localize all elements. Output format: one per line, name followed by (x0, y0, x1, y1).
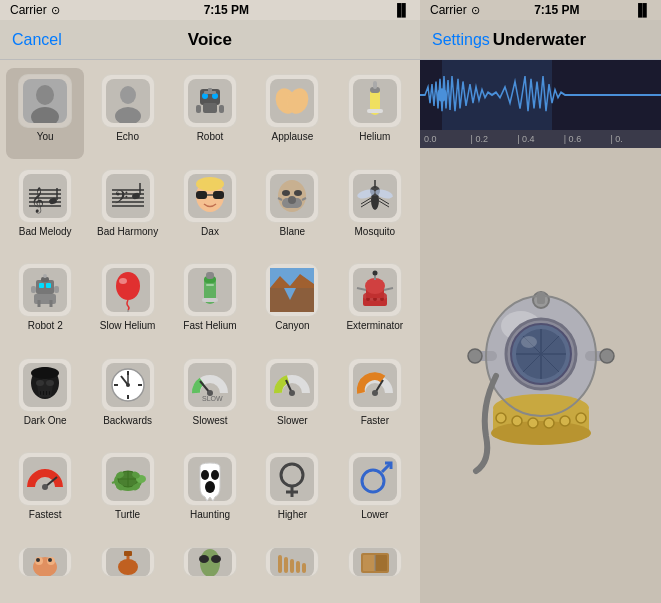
svg-point-79 (119, 278, 127, 284)
voice-item-creature[interactable] (6, 541, 84, 596)
svg-point-161 (36, 558, 40, 562)
voice-item-bad-melody[interactable]: 𝄞 Bad Melody (6, 163, 84, 254)
voice-item-blane[interactable]: Blane (253, 163, 331, 254)
voice-item-dax[interactable]: Dax (171, 163, 249, 254)
voice-item-bad-harmony[interactable]: 𝄢 Bad Harmony (88, 163, 166, 254)
voice-item-pan[interactable] (253, 541, 331, 596)
svg-point-54 (294, 190, 302, 196)
echo-icon (101, 74, 155, 128)
lower-icon (348, 452, 402, 506)
svg-rect-83 (206, 272, 214, 279)
voice-item-fast-helium[interactable]: Fast Helium (171, 257, 249, 348)
voice-item-canyon[interactable]: Canyon (253, 257, 331, 348)
waveform-area (420, 60, 661, 130)
svg-point-169 (199, 555, 209, 563)
svg-rect-68 (46, 283, 51, 288)
fastest-label: Fastest (29, 509, 62, 521)
voice-item-robot2[interactable]: Robot 2 (6, 257, 84, 348)
right-carrier: Carrier ⊙ (430, 3, 480, 17)
svg-point-1 (36, 85, 54, 105)
voice-item-slower[interactable]: Slower (253, 352, 331, 443)
svg-point-128 (289, 390, 295, 396)
svg-point-168 (200, 549, 220, 577)
svg-rect-179 (363, 555, 375, 571)
voice-item-higher[interactable]: Higher (253, 446, 331, 537)
applause-icon (265, 74, 319, 128)
voice-item-haunting[interactable]: Haunting (171, 446, 249, 537)
haunting-label: Haunting (190, 509, 230, 521)
timeline-0: 0.0 (424, 134, 471, 144)
svg-point-194 (521, 336, 537, 348)
bad-melody-icon: 𝄞 (18, 169, 72, 223)
svg-point-147 (201, 470, 209, 480)
svg-rect-175 (296, 561, 300, 573)
voice-item-exterminator[interactable]: Exterminator (336, 257, 414, 348)
svg-rect-44 (213, 191, 224, 199)
pan-icon (265, 547, 319, 577)
exterminator-label: Exterminator (346, 320, 403, 332)
right-battery-icon: ▐▌ (634, 3, 651, 17)
voice-item-backwards[interactable]: Backwards (88, 352, 166, 443)
you-icon (18, 74, 72, 128)
book-icon (348, 547, 402, 577)
svg-point-202 (560, 416, 570, 426)
fast-helium-label: Fast Helium (183, 320, 236, 332)
helium-icon (348, 74, 402, 128)
left-nav-bar: Cancel Voice (0, 20, 420, 60)
time-label: 7:15 PM (204, 3, 249, 17)
voice-item-faster[interactable]: Faster (336, 352, 414, 443)
voice-item-turtle[interactable]: Turtle (88, 446, 166, 537)
voice-item-dark-one[interactable]: Dark One (6, 352, 84, 443)
blane-label: Blane (280, 226, 306, 238)
timeline-bar: 0.0 | 0.2 | 0.4 | 0.6 | 0. (420, 130, 661, 148)
svg-rect-85 (206, 284, 214, 286)
slowest-label: Slowest (192, 415, 227, 427)
svg-point-53 (282, 190, 290, 196)
voice-item-lower[interactable]: Lower (336, 446, 414, 537)
higher-label: Higher (278, 509, 307, 521)
voice-item-fastest[interactable]: Fastest (6, 446, 84, 537)
guitar-icon (101, 547, 155, 577)
svg-rect-84 (202, 298, 218, 302)
status-right: ▐▌ (393, 3, 410, 17)
robot-icon (183, 74, 237, 128)
underwater-title: Underwater (493, 30, 587, 50)
voice-item-echo[interactable]: Echo (88, 68, 166, 159)
svg-rect-71 (54, 286, 59, 293)
robot-label: Robot (197, 131, 224, 143)
svg-rect-12 (219, 105, 224, 113)
turtle-icon (101, 452, 155, 506)
higher-icon (265, 452, 319, 506)
voice-item-applause[interactable]: Applause (253, 68, 331, 159)
right-nav-bar: Settings Underwater (420, 20, 661, 60)
svg-rect-69 (34, 294, 56, 304)
svg-rect-23 (23, 174, 67, 218)
svg-text:𝄢: 𝄢 (114, 187, 128, 212)
svg-point-108 (31, 367, 59, 379)
fastest-icon (18, 452, 72, 506)
voice-item-robot[interactable]: Robot (171, 68, 249, 159)
voice-item-slow-helium[interactable]: Slow Helium (88, 257, 166, 348)
cancel-button[interactable]: Cancel (12, 31, 62, 49)
bad-harmony-icon: 𝄢 (101, 169, 155, 223)
voice-item-alien[interactable] (171, 541, 249, 596)
voice-item-you[interactable]: You (6, 68, 84, 159)
right-panel: Carrier ⊙ 7:15 PM ▐▌ Settings Underwater… (420, 0, 661, 603)
svg-point-149 (205, 481, 215, 493)
voice-item-helium[interactable]: Helium (336, 68, 414, 159)
svg-point-100 (372, 271, 377, 276)
robot2-label: Robot 2 (28, 320, 63, 332)
voice-item-slowest[interactable]: SLOW Slowest (171, 352, 249, 443)
svg-text:𝄞: 𝄞 (31, 187, 44, 214)
voice-item-mosquito[interactable]: Mosquito (336, 163, 414, 254)
svg-rect-10 (203, 103, 217, 113)
mosquito-label: Mosquito (355, 226, 396, 238)
svg-rect-14 (208, 88, 212, 92)
settings-button[interactable]: Settings (432, 31, 490, 49)
voice-item-guitar[interactable] (88, 541, 166, 596)
svg-point-201 (544, 418, 554, 428)
voice-item-book[interactable] (336, 541, 414, 596)
timeline-04: | 0.4 (517, 134, 564, 144)
canyon-icon (265, 263, 319, 317)
svg-rect-176 (302, 563, 306, 573)
